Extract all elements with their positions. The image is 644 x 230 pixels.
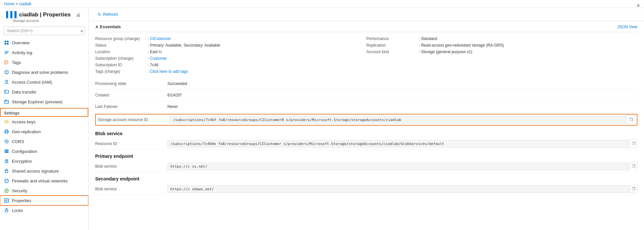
toolbar: ↻ Refresh xyxy=(89,8,644,21)
storage-resource-id-copy-button[interactable]: ❐ xyxy=(627,116,635,124)
tags-link[interactable]: Click here to add tags xyxy=(150,69,188,74)
sidebar-item-configuration-label: Configuration xyxy=(12,149,37,154)
sidebar-item-diagnose-label: Diagnose and solve problems xyxy=(12,70,68,75)
settings-section-label: Settings xyxy=(0,108,88,117)
sidebar-item-firewalls[interactable]: Firewalls and virtual networks xyxy=(0,176,88,186)
essentials-left: Resource group (change) : CICustomer Sta… xyxy=(95,35,366,75)
sidebar-item-data-transfer[interactable]: Data transfer xyxy=(0,87,88,97)
last-failover-row: Last Failover Never xyxy=(95,101,637,113)
tags-value: : Click here to add tags xyxy=(148,69,188,74)
close-button[interactable]: × xyxy=(636,3,640,9)
print-icon[interactable]: 🖨 xyxy=(76,12,80,17)
encryption-icon xyxy=(4,158,9,164)
sidebar-item-tags[interactable]: Tags xyxy=(0,57,88,67)
overview-icon xyxy=(4,40,9,45)
sidebar-item-encryption-label: Encryption xyxy=(12,159,32,164)
svg-rect-2 xyxy=(5,43,6,45)
account-kind-label: Account kind xyxy=(366,50,419,54)
subscription-id-label: Subscription ID xyxy=(95,63,148,67)
firewalls-icon xyxy=(4,178,9,183)
resource-group-link[interactable]: CICustomer xyxy=(150,36,171,41)
svg-point-12 xyxy=(6,80,8,82)
json-view-link[interactable]: JSON View xyxy=(617,25,637,29)
blob-service-primary-copy-button[interactable]: ❐ xyxy=(630,162,637,170)
essentials-section: ∧ Essentials JSON View Resource group (c… xyxy=(89,21,644,78)
sidebar-item-properties[interactable]: Properties xyxy=(0,196,88,205)
sidebar-item-storage-explorer-label: Storage Explorer (preview) xyxy=(12,99,63,104)
sidebar-item-diagnose[interactable]: Diagnose and solve problems xyxy=(0,67,88,77)
sidebar-item-configuration[interactable]: Configuration xyxy=(0,146,88,156)
sidebar-nav: Overview Activity log Tags xyxy=(0,38,88,230)
replication-label: Replication xyxy=(366,43,419,48)
storage-resource-id-row: Storage account resource ID /subscriptio… xyxy=(95,114,637,126)
sidebar-item-shared-access-label: Shared access signature xyxy=(12,169,59,174)
sidebar-item-security[interactable]: Security xyxy=(0,186,88,196)
shared-access-icon xyxy=(4,168,9,174)
subscription-link[interactable]: Customer xyxy=(150,56,167,61)
performance-label: Performance xyxy=(366,36,419,41)
tags-label: Tags (change) xyxy=(95,69,148,74)
breadcrumb-current[interactable]: ciadlab xyxy=(19,2,32,6)
svg-rect-25 xyxy=(5,150,9,151)
created-value: 6/14/20* xyxy=(167,91,182,99)
location-row: Location : East U xyxy=(95,49,366,55)
svg-rect-37 xyxy=(5,210,8,212)
resource-group-label: Resource group (change) xyxy=(95,36,148,41)
properties-icon xyxy=(4,198,9,203)
svg-rect-4 xyxy=(5,51,9,52)
location-label: Location xyxy=(95,50,148,54)
breadcrumb-home[interactable]: Home xyxy=(4,2,14,6)
replication-value: : Read-access geo-redundant storage (RA-… xyxy=(419,43,504,48)
performance-value: : Standard xyxy=(419,36,437,41)
secondary-endpoint-section-title: Secondary endpoint xyxy=(95,172,637,183)
storage-resource-id-label: Storage account resource ID xyxy=(98,117,170,122)
subscription-label: Subscription (change) xyxy=(95,56,148,61)
svg-rect-1 xyxy=(7,41,9,42)
refresh-label: Refresh xyxy=(103,12,118,17)
svg-rect-5 xyxy=(5,52,9,53)
blob-service-primary-row: Blob service https://c vs.net/ ❐ xyxy=(95,161,637,172)
sidebar-item-storage-explorer[interactable]: Storage Explorer (preview) xyxy=(0,97,88,107)
sidebar: ▐▐▐ ciadlab | Properties 🖨 Storage accou… xyxy=(0,8,89,230)
sidebar-item-overview-label: Overview xyxy=(12,40,30,45)
account-kind-row: Account kind : Storage (general purpose … xyxy=(366,49,637,55)
sidebar-subtitle: Storage account xyxy=(12,19,84,23)
geo-replication-icon xyxy=(4,129,9,134)
location-value: : East U xyxy=(148,50,162,54)
sidebar-item-shared-access[interactable]: Shared access signature xyxy=(0,166,88,176)
status-label: Status xyxy=(95,43,148,48)
svg-rect-16 xyxy=(5,100,6,101)
sidebar-item-locks[interactable]: Locks xyxy=(0,205,88,215)
blob-resource-id-row: Resource ID /subscriptions/7c469e fa8/re… xyxy=(95,138,637,150)
sidebar-item-access-keys[interactable]: Access keys xyxy=(0,117,88,127)
sidebar-item-access-control[interactable]: Access Control (IAM) xyxy=(0,77,88,87)
sidebar-item-activity-log[interactable]: Activity log xyxy=(0,48,88,57)
svg-point-8 xyxy=(6,61,6,62)
sidebar-item-overview[interactable]: Overview xyxy=(0,38,88,48)
sidebar-item-geo-replication[interactable]: Geo-replication xyxy=(0,127,88,136)
secondary-blob-row: Blob service https://c ndows.net/ ❐ xyxy=(95,183,637,195)
sidebar-item-properties-label: Properties xyxy=(12,198,31,203)
tags-row: Tags (change) : Click here to add tags xyxy=(95,68,366,75)
svg-rect-6 xyxy=(5,53,7,54)
created-label: Created xyxy=(95,93,167,97)
svg-rect-3 xyxy=(7,43,9,45)
subscription-row: Subscription (change) : Customer xyxy=(95,55,366,62)
collapse-button[interactable]: « xyxy=(80,28,83,33)
sidebar-item-locks-label: Locks xyxy=(12,208,23,213)
blob-resource-id-copy-button[interactable]: ❐ xyxy=(630,140,637,148)
sidebar-title: ciadlab | Properties xyxy=(19,11,71,18)
refresh-button[interactable]: ↻ Refresh xyxy=(95,10,121,18)
secondary-blob-copy-button[interactable]: ❐ xyxy=(630,185,637,193)
sidebar-item-tags-label: Tags xyxy=(12,60,21,65)
svg-rect-30 xyxy=(5,171,8,173)
performance-row: Performance : Standard xyxy=(366,35,637,42)
status-value: : Primary: Available, Secondary: Availab… xyxy=(148,43,220,48)
essentials-grid: Resource group (change) : CICustomer Sta… xyxy=(95,32,637,78)
sidebar-header: ▐▐▐ ciadlab | Properties 🖨 Storage accou… xyxy=(0,8,88,25)
search-input[interactable] xyxy=(4,27,84,35)
breadcrumb: Home > ciadlab xyxy=(4,2,32,6)
sidebar-item-access-keys-label: Access keys xyxy=(12,119,35,124)
sidebar-item-encryption[interactable]: Encryption xyxy=(0,156,88,166)
sidebar-item-cors[interactable]: CORS xyxy=(0,136,88,146)
